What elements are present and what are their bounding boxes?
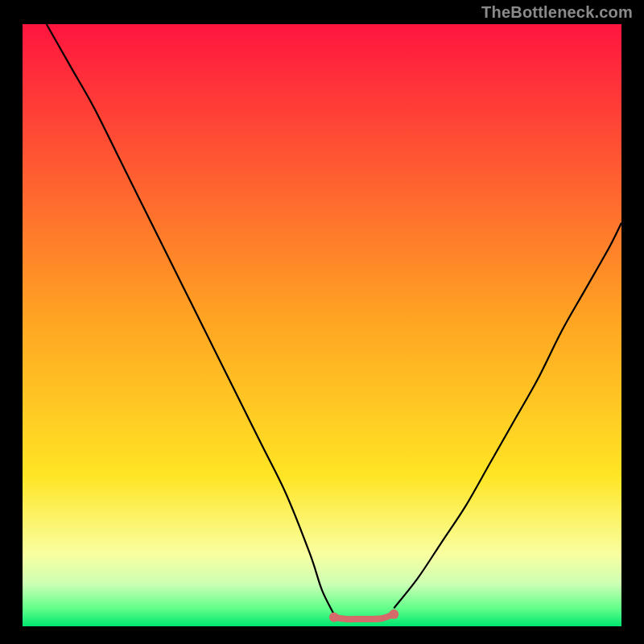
gradient-background [23, 24, 621, 626]
watermark-text: TheBottleneck.com [481, 3, 633, 22]
plot-area [23, 24, 621, 626]
floor-dot-left [329, 613, 339, 622]
floor-dot-right [389, 609, 398, 619]
bottleneck-chart [0, 0, 644, 644]
